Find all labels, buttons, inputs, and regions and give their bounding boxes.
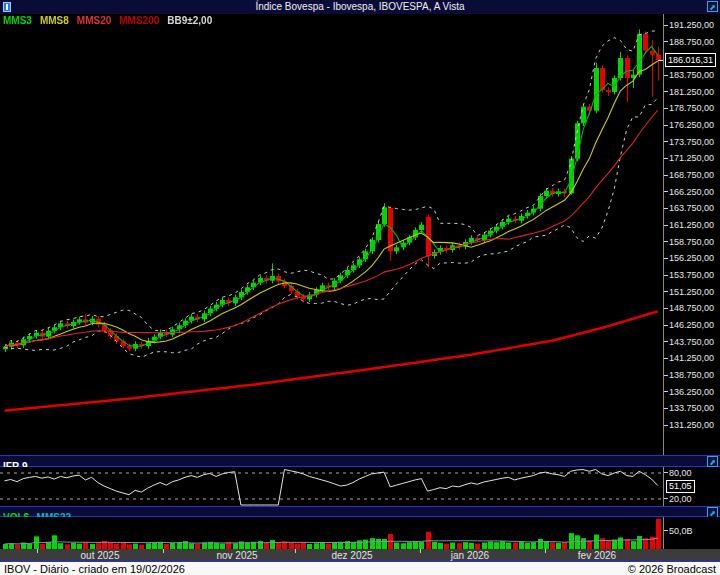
volume-axis: 50,0B [663,517,720,549]
price-axis-tick: 181.250,00 [664,87,714,96]
time-axis-label: fev 2026 [578,550,616,561]
price-axis-tick: 163.750,00 [664,204,714,213]
price-axis-tick: 143.750,00 [664,337,714,346]
legend-item-MMS200: MMS200 [119,15,159,26]
price-axis-tick: 166.250,00 [664,187,714,196]
volume-axis-label: 50,0B [664,526,693,535]
ifr-panel: 80,00 51,05 20,00 [0,467,720,506]
price-axis-tick: 153.750,00 [664,271,714,280]
ifr-current-badge: 51,05 [666,480,695,493]
ifr-plot[interactable] [0,467,663,506]
time-axis-tick [420,549,421,553]
legend-item-MMS20: MMS20 [77,15,111,26]
window-title: Índice Bovespa - Ibovespa, IBOVESPA, A V… [0,0,720,14]
volume-panel: 50,0B [0,517,720,549]
price-axis-tick: 138.750,00 [664,371,714,380]
time-axis-tick [295,549,296,553]
time-axis-tick [163,549,164,553]
price-axis-tick: 136.250,00 [664,387,714,396]
price-axis-tick: 141.250,00 [664,354,714,363]
indicator-legend: MMS3MMS8MMS20MMS200BB9±2,00 [3,15,212,26]
volume-panel-header: VOL$ MMS22 ⬈ [0,506,720,517]
ifr-axis-top-label: 80,00 [664,468,692,477]
status-right: © 2026 Broadcast [628,563,716,575]
status-bar: IBOV - Diário - criado em 19/02/2026 © 2… [0,562,720,575]
time-axis-tick [37,549,38,553]
time-axis-tick [545,549,546,553]
main-chart-plot[interactable] [0,14,663,455]
trading-app-window: { "title_bar": { "title": "Índice Bovesp… [0,0,720,575]
time-axis-label: dez 2025 [331,550,372,561]
last-price-badge: 186.016,31 [665,53,716,67]
volume-plot[interactable] [0,517,663,549]
title-bar: Índice Bovespa - Ibovespa, IBOVESPA, A V… [0,0,720,14]
ifr-axis: 80,00 51,05 20,00 [663,467,720,506]
price-axis-tick: 183.750,00 [664,71,714,80]
price-axis-tick: 158.750,00 [664,237,714,246]
legend-item-MMS8: MMS8 [40,15,69,26]
popout-icon[interactable]: ⬈ [707,1,718,12]
price-axis-tick: 168.750,00 [664,171,714,180]
price-axis-tick: 146.250,00 [664,321,714,330]
ifr-panel-header: IFR 9 ⬈ [0,455,720,467]
price-axis-tick: 173.750,00 [664,137,714,146]
time-axis-label: out 2025 [81,550,120,561]
price-axis: 191.250,00188.750,00183.750,00181.250,00… [663,14,720,455]
legend-item-BB9200: BB9±2,00 [167,15,212,26]
time-axis-label: jan 2026 [451,550,489,561]
price-axis-tick: 131.250,00 [664,421,714,430]
price-axis-tick: 188.750,00 [664,37,714,46]
price-axis-tick: 176.250,00 [664,121,714,130]
price-axis-tick: 151.250,00 [664,287,714,296]
main-chart-panel: MMS3MMS8MMS20MMS200BB9±2,00 191.250,0018… [0,14,720,455]
legend-item-MMS3: MMS3 [3,15,32,26]
price-axis-tick: 133.750,00 [664,404,714,413]
price-axis-tick: 161.250,00 [664,221,714,230]
price-axis-tick: 191.250,00 [664,21,714,30]
ifr-axis-bottom-label: 20,00 [664,494,692,503]
status-left: IBOV - Diário - criado em 19/02/2026 [4,563,185,575]
time-axis-label: nov 2025 [216,550,257,561]
price-axis-tick: 171.250,00 [664,154,714,163]
time-axis: out 2025nov 2025dez 2025jan 2026fev 2026 [0,549,720,562]
ifr-popout-icon[interactable]: ⬈ [707,456,718,467]
price-axis-tick: 148.750,00 [664,304,714,313]
price-axis-tick: 156.250,00 [664,254,714,263]
price-axis-tick: 178.750,00 [664,104,714,113]
